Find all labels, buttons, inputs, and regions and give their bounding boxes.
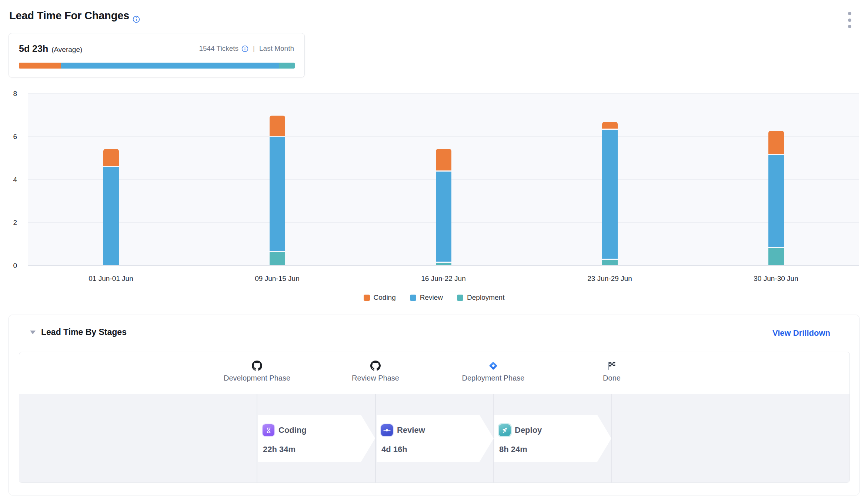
bar-segment-deployment[interactable] — [436, 263, 451, 265]
gridline — [28, 93, 859, 94]
bar-segment-review[interactable] — [768, 155, 784, 246]
phase-review-phase: Review Phase — [327, 352, 424, 382]
tickets-info-icon[interactable] — [241, 45, 248, 52]
kebab-menu-icon[interactable] — [847, 12, 852, 28]
lead-time-dashboard: Lead Time For Changes 5d 23h (Average) 1… — [0, 0, 868, 501]
checkered-flag-icon — [564, 360, 660, 371]
summary-bar-segment-coding — [19, 63, 61, 69]
stages-flow-area: Coding22h 34mReview4d 16hDeploy8h 24m — [19, 394, 849, 482]
x-tick-label: 16 Jun-22 Jun — [421, 275, 465, 283]
stage-duration: 4d 16h — [381, 445, 407, 454]
bar-segment-review[interactable] — [270, 137, 285, 251]
y-tick-label: 4 — [0, 175, 17, 185]
period-label: Last Month — [259, 44, 294, 53]
legend-swatch — [457, 295, 463, 301]
hourglass-icon — [263, 424, 274, 436]
phase-label: Development Phase — [209, 374, 305, 382]
tickets-count: 1544 Tickets — [199, 44, 238, 53]
collapse-triangle-icon — [29, 330, 36, 335]
stage-label: Deploy — [515, 425, 542, 435]
y-tick-label: 8 — [0, 89, 17, 99]
stage-chip-coding[interactable]: Coding22h 34m — [258, 415, 375, 462]
bar-01-jun-01-jun[interactable] — [103, 149, 119, 265]
stage-chip-review[interactable]: Review4d 16h — [377, 415, 494, 462]
bar-09-jun-15-jun[interactable] — [270, 116, 285, 265]
column-divider — [611, 394, 612, 482]
stage-label: Coding — [278, 425, 307, 435]
bar-segment-coding[interactable] — [103, 149, 119, 166]
phase-development-phase: Development Phase — [209, 352, 305, 382]
stages-section: Lead Time By Stages View Drilldown Devel… — [9, 315, 859, 495]
stages-table: Development PhaseReview PhaseDeployment … — [19, 352, 850, 483]
stage-duration: 22h 34m — [263, 445, 296, 454]
bar-segment-coding[interactable] — [436, 149, 451, 170]
bar-segment-deployment[interactable] — [768, 248, 784, 265]
bar-segment-coding[interactable] — [270, 116, 285, 136]
separator: | — [251, 44, 256, 53]
legend-swatch — [410, 295, 416, 301]
rocket-icon — [499, 424, 511, 436]
summary-stacked-bar — [19, 63, 295, 69]
legend-label: Review — [420, 293, 443, 302]
bar-segment-coding[interactable] — [768, 131, 784, 155]
stage-duration: 8h 24m — [499, 445, 527, 454]
y-tick-label: 0 — [0, 261, 17, 271]
average-label: (Average) — [51, 46, 82, 54]
bar-segment-review[interactable] — [103, 167, 119, 265]
bar-segment-deployment[interactable] — [270, 252, 285, 265]
column-divider — [257, 394, 257, 482]
bar-segment-review[interactable] — [436, 172, 451, 262]
phase-label: Review Phase — [327, 374, 424, 382]
legend-item-review[interactable]: Review — [410, 293, 443, 302]
y-axis: 02468 — [0, 94, 19, 266]
stages-title: Lead Time By Stages — [41, 327, 127, 337]
x-tick-label: 30 Jun-30 Jun — [754, 275, 798, 283]
legend-item-coding[interactable]: Coding — [364, 293, 396, 302]
y-tick-label: 2 — [0, 218, 17, 228]
summary-bar-segment-review — [61, 63, 279, 69]
x-tick-label: 09 Jun-15 Jun — [255, 275, 299, 283]
column-divider — [375, 394, 376, 482]
github-icon — [327, 360, 424, 371]
stage-label: Review — [397, 425, 425, 435]
x-axis: 01 Jun-01 Jun09 Jun-15 Jun16 Jun-22 Jun2… — [28, 275, 859, 284]
bar-segment-coding[interactable] — [602, 122, 618, 128]
page-title: Lead Time For Changes — [9, 10, 129, 22]
phase-deployment-phase: Deployment Phase — [445, 352, 541, 382]
chart-legend: CodingReviewDeployment — [0, 293, 868, 302]
x-tick-label: 23 Jun-29 Jun — [587, 275, 632, 283]
phase-label: Done — [564, 374, 660, 382]
summary-card: 5d 23h (Average) 1544 Tickets | Last Mon… — [9, 33, 305, 77]
legend-label: Deployment — [467, 293, 504, 302]
stages-collapse-toggle[interactable]: Lead Time By Stages — [29, 327, 127, 337]
jira-diamond-icon — [445, 360, 541, 371]
average-value: 5d 23h — [19, 43, 48, 54]
gridline — [28, 136, 859, 137]
legend-label: Coding — [374, 293, 396, 302]
bar-16-jun-22-jun[interactable] — [436, 149, 451, 265]
code-review-icon — [381, 424, 393, 436]
legend-swatch — [364, 295, 370, 301]
view-drilldown-link[interactable]: View Drilldown — [772, 328, 830, 338]
chart-plot — [28, 94, 859, 266]
bar-23-jun-29-jun[interactable] — [602, 122, 618, 265]
stage-chip-deploy[interactable]: Deploy8h 24m — [494, 415, 611, 462]
info-icon[interactable] — [133, 16, 140, 23]
bar-segment-review[interactable] — [602, 130, 618, 259]
summary-bar-segment-deployment — [279, 63, 295, 69]
bar-segment-deployment[interactable] — [602, 260, 618, 265]
phase-label: Deployment Phase — [445, 374, 541, 382]
y-tick-label: 6 — [0, 132, 17, 142]
x-tick-label: 01 Jun-01 Jun — [89, 275, 133, 283]
github-icon — [209, 360, 305, 371]
bar-30-jun-30-jun[interactable] — [768, 131, 784, 265]
phase-done: Done — [564, 352, 660, 382]
legend-item-deployment[interactable]: Deployment — [457, 293, 504, 302]
